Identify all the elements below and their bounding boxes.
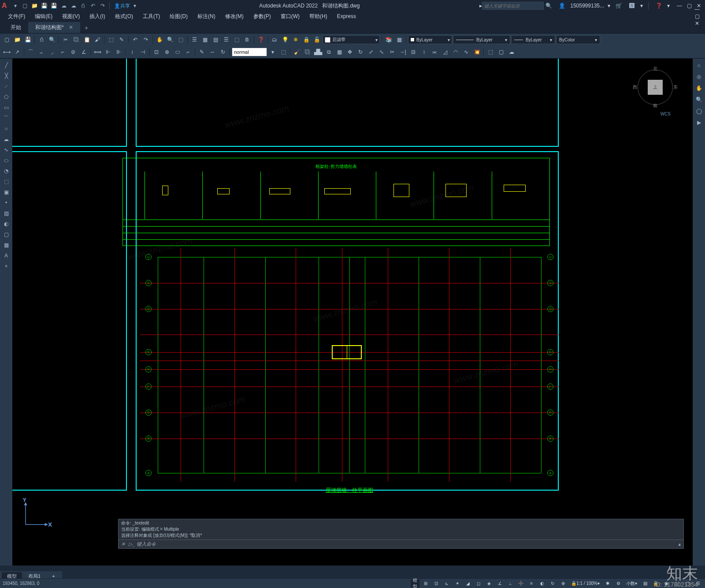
- dim-linear-icon[interactable]: ⟷: [2, 47, 11, 57]
- annoscale-icon[interactable]: ✱: [603, 580, 612, 588]
- revcloud-icon[interactable]: ☁: [1, 134, 11, 144]
- center-mark-icon[interactable]: ⊕: [162, 47, 172, 57]
- ellipse-icon[interactable]: ⬭: [1, 156, 11, 165]
- rotate-icon[interactable]: ↻: [356, 47, 365, 57]
- explode-icon[interactable]: 💥: [472, 47, 482, 57]
- undo-icon[interactable]: ↶: [130, 35, 140, 45]
- osnap-icon[interactable]: ◻: [474, 580, 483, 588]
- pan-icon[interactable]: ✋: [155, 35, 164, 45]
- design-center-icon[interactable]: ▦: [200, 35, 210, 45]
- otrack-icon[interactable]: ∠: [495, 580, 504, 588]
- dim-ordinate-icon[interactable]: ⫠: [37, 47, 46, 57]
- gradient-icon[interactable]: ◐: [1, 219, 11, 229]
- block-edit-icon[interactable]: ✎: [117, 35, 126, 45]
- polar-icon[interactable]: ✶: [453, 580, 462, 588]
- nav-wheel-icon[interactable]: ◎: [694, 72, 704, 82]
- insert-block-icon[interactable]: ⬚: [1, 177, 11, 186]
- dimstyle-dropdown-icon[interactable]: ▾: [268, 47, 278, 57]
- plot-icon[interactable]: ⎙: [79, 2, 87, 10]
- zoom-icon[interactable]: 🔍: [165, 35, 175, 45]
- inspect-icon[interactable]: ⬭: [173, 47, 182, 57]
- save-icon[interactable]: 💾: [41, 2, 48, 10]
- menu-insert[interactable]: 插入(I): [85, 12, 109, 21]
- doc-maximize-button[interactable]: ▢: [693, 13, 701, 20]
- region-icon[interactable]: ▢: [1, 230, 11, 239]
- layer-states-icon[interactable]: 📚: [384, 35, 393, 45]
- tab-close-icon[interactable]: ✕: [69, 24, 73, 30]
- help-icon[interactable]: ❓: [655, 2, 663, 10]
- dim-space-icon[interactable]: ↕: [127, 47, 137, 57]
- doc-close-button[interactable]: ✕: [693, 20, 701, 27]
- lwt-icon[interactable]: ≡: [527, 580, 536, 588]
- polyline-icon[interactable]: ⟋: [1, 82, 11, 91]
- doc-minimize-button[interactable]: —: [693, 6, 701, 13]
- layer-lock-icon[interactable]: 🔒: [301, 35, 311, 45]
- maximize-button[interactable]: ▢: [685, 2, 694, 9]
- copy-icon[interactable]: ⿻: [71, 35, 81, 45]
- 3dosnap-icon[interactable]: ◈: [485, 580, 494, 588]
- zoom-window-icon[interactable]: ⬚: [176, 35, 186, 45]
- viewcube[interactable]: 上 北 南 东 西: [635, 67, 675, 107]
- make-block-icon[interactable]: ▣: [1, 187, 11, 197]
- arc-icon[interactable]: ⌒: [1, 113, 11, 123]
- point-icon[interactable]: •: [1, 198, 11, 208]
- tolerance-icon[interactable]: ⊡: [152, 47, 161, 57]
- command-line[interactable]: ✕ ▷_ 键入命令 ▴: [118, 540, 684, 549]
- share-button[interactable]: 👤 共享: [114, 3, 130, 9]
- scale-icon[interactable]: ⤢: [366, 47, 376, 57]
- dim-arc-icon[interactable]: ⌒: [26, 47, 36, 57]
- linetype-dropdown[interactable]: ByLayer ▾: [453, 35, 510, 44]
- snap-icon[interactable]: ⊡: [432, 580, 441, 588]
- new-icon[interactable]: ▢: [21, 2, 29, 10]
- layer-iso-icon[interactable]: ▦: [394, 35, 404, 45]
- ortho-icon[interactable]: ⊾: [442, 580, 451, 588]
- cloud-open-icon[interactable]: ☁: [60, 2, 68, 10]
- user-icon[interactable]: 👤: [558, 2, 566, 10]
- isodraft-icon[interactable]: ◢: [464, 580, 472, 588]
- markup-icon[interactable]: ⬚: [232, 35, 241, 45]
- saveas-icon[interactable]: 💾: [50, 2, 58, 10]
- qat-dropdown-icon[interactable]: ▾: [131, 2, 139, 10]
- cmd-close-icon[interactable]: ✕: [121, 541, 125, 547]
- dyninput-icon[interactable]: ➕: [516, 580, 525, 588]
- user-dropdown-icon[interactable]: ▾: [608, 3, 610, 9]
- dim-jogged-icon[interactable]: ⌐: [58, 47, 67, 57]
- join-icon[interactable]: ⫘: [430, 47, 439, 57]
- tab-file-1[interactable]: 和谐结构图* ✕: [28, 22, 80, 33]
- save-icon[interactable]: 💾: [23, 35, 33, 45]
- dim-radius-icon[interactable]: ◞: [47, 47, 57, 57]
- quickcalc-icon[interactable]: 🗎: [242, 35, 252, 45]
- open-icon[interactable]: 📁: [12, 35, 22, 45]
- dim-angular-icon[interactable]: ∠: [79, 47, 89, 57]
- appstore-dropdown-icon[interactable]: ▾: [640, 3, 643, 9]
- lineweight-dropdown[interactable]: ByLayer ▾: [511, 35, 555, 44]
- dim-edit-icon[interactable]: ✎: [197, 47, 207, 57]
- plotstyle-dropdown[interactable]: ByColor ▾: [556, 35, 600, 44]
- circle-icon[interactable]: ○: [1, 124, 11, 134]
- nav-showmotion-icon[interactable]: ▶: [694, 118, 704, 127]
- jog-line-icon[interactable]: ⌐: [183, 47, 193, 57]
- ellipse-arc-icon[interactable]: ◔: [1, 166, 11, 176]
- appstore-icon[interactable]: 🅰: [628, 2, 636, 10]
- preview-icon[interactable]: 🔍: [47, 35, 57, 45]
- redo-icon[interactable]: ↷: [99, 2, 107, 10]
- cloud-save-icon[interactable]: ☁: [70, 2, 78, 10]
- grid-icon[interactable]: ⊞: [421, 580, 430, 588]
- mirror-icon[interactable]: ▟▙: [313, 47, 323, 57]
- new-icon[interactable]: ▢: [2, 35, 11, 45]
- menu-view[interactable]: 视图(V): [58, 12, 84, 21]
- break-point-icon[interactable]: ⊟: [408, 47, 418, 57]
- hatch-icon[interactable]: ▨: [1, 208, 11, 218]
- help-dropdown-icon[interactable]: ▾: [667, 3, 670, 9]
- print-icon[interactable]: ⎙: [37, 35, 46, 45]
- addselected-icon[interactable]: +: [1, 261, 11, 271]
- spline-icon[interactable]: ∿: [1, 145, 11, 155]
- nav-zoom-icon[interactable]: 🔍: [694, 95, 704, 104]
- dim-diameter-icon[interactable]: ⊘: [68, 47, 78, 57]
- layer-unlock-icon[interactable]: 🔓: [312, 35, 322, 45]
- menu-window[interactable]: 窗口(W): [276, 12, 304, 21]
- annomonitor-icon[interactable]: ⊕: [559, 580, 568, 588]
- drawing-canvas[interactable]: 框架柱-剪力墙墙柱表: [12, 59, 693, 566]
- menu-modify[interactable]: 修改(M): [221, 12, 248, 21]
- menu-dropdown-icon[interactable]: ▾: [11, 2, 19, 10]
